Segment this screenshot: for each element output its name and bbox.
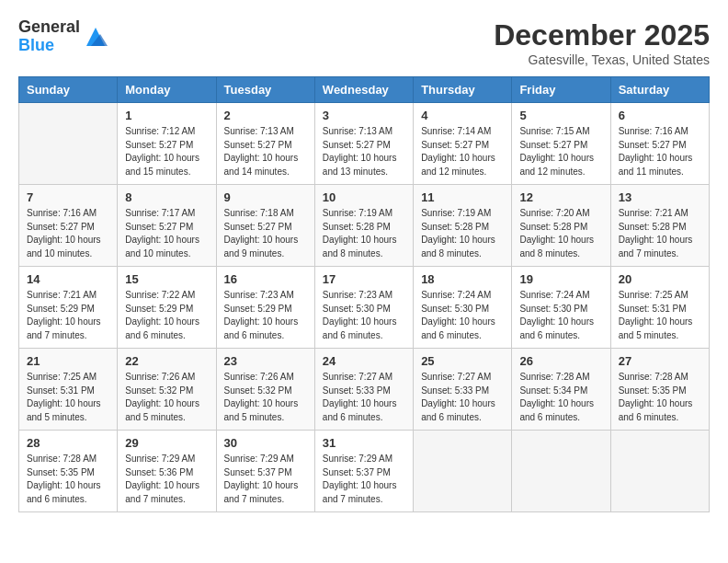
day-info: Sunrise: 7:27 AMSunset: 5:33 PMDaylight:… <box>421 371 504 424</box>
day-info: Sunrise: 7:28 AMSunset: 5:35 PMDaylight:… <box>27 453 109 506</box>
day-info: Sunrise: 7:26 AMSunset: 5:32 PMDaylight:… <box>125 371 208 424</box>
weekday-header-sunday: Sunday <box>19 77 118 103</box>
day-number: 11 <box>421 190 504 204</box>
day-info: Sunrise: 7:18 AMSunset: 5:27 PMDaylight:… <box>224 207 307 260</box>
day-number: 24 <box>323 354 405 368</box>
title-area: December 2025 Gatesville, Texas, United … <box>494 18 710 67</box>
day-info: Sunrise: 7:24 AMSunset: 5:30 PMDaylight:… <box>519 289 602 342</box>
day-cell: 15Sunrise: 7:22 AMSunset: 5:29 PMDayligh… <box>118 267 216 349</box>
day-cell: 22Sunrise: 7:26 AMSunset: 5:32 PMDayligh… <box>118 349 216 431</box>
day-number: 20 <box>619 272 701 286</box>
weekday-header-thursday: Thursday <box>414 77 512 103</box>
week-row-1: 1Sunrise: 7:12 AMSunset: 5:27 PMDaylight… <box>19 103 710 185</box>
day-number: 5 <box>519 109 602 122</box>
day-info: Sunrise: 7:26 AMSunset: 5:32 PMDaylight:… <box>224 371 307 424</box>
day-cell: 31Sunrise: 7:29 AMSunset: 5:37 PMDayligh… <box>314 431 413 512</box>
day-number: 6 <box>619 109 701 122</box>
location: Gatesville, Texas, United States <box>494 52 710 67</box>
day-info: Sunrise: 7:27 AMSunset: 5:33 PMDaylight:… <box>323 371 405 424</box>
day-cell: 10Sunrise: 7:19 AMSunset: 5:28 PMDayligh… <box>314 185 413 267</box>
day-number: 17 <box>323 272 405 286</box>
day-cell: 16Sunrise: 7:23 AMSunset: 5:29 PMDayligh… <box>216 267 314 349</box>
day-info: Sunrise: 7:13 AMSunset: 5:27 PMDaylight:… <box>224 125 307 178</box>
day-cell: 13Sunrise: 7:21 AMSunset: 5:28 PMDayligh… <box>610 185 709 267</box>
logo-general-text: General <box>18 18 80 37</box>
day-info: Sunrise: 7:23 AMSunset: 5:29 PMDaylight:… <box>224 289 307 342</box>
day-number: 8 <box>125 190 208 204</box>
day-info: Sunrise: 7:19 AMSunset: 5:28 PMDaylight:… <box>323 207 405 260</box>
day-cell: 17Sunrise: 7:23 AMSunset: 5:30 PMDayligh… <box>314 267 413 349</box>
day-info: Sunrise: 7:25 AMSunset: 5:31 PMDaylight:… <box>27 371 109 424</box>
day-cell: 25Sunrise: 7:27 AMSunset: 5:33 PMDayligh… <box>414 349 512 431</box>
day-info: Sunrise: 7:23 AMSunset: 5:30 PMDaylight:… <box>323 289 405 342</box>
day-number: 2 <box>224 109 307 122</box>
day-info: Sunrise: 7:29 AMSunset: 5:37 PMDaylight:… <box>323 453 405 506</box>
day-cell: 12Sunrise: 7:20 AMSunset: 5:28 PMDayligh… <box>512 185 610 267</box>
weekday-header-saturday: Saturday <box>610 77 709 103</box>
weekday-header-friday: Friday <box>512 77 610 103</box>
day-cell: 3Sunrise: 7:13 AMSunset: 5:27 PMDaylight… <box>314 103 413 185</box>
day-number: 22 <box>125 354 208 368</box>
day-cell: 23Sunrise: 7:26 AMSunset: 5:32 PMDayligh… <box>216 349 314 431</box>
day-info: Sunrise: 7:20 AMSunset: 5:28 PMDaylight:… <box>519 207 602 260</box>
day-number: 23 <box>224 354 307 368</box>
weekday-header-tuesday: Tuesday <box>216 77 314 103</box>
day-number: 25 <box>421 354 504 368</box>
day-cell: 19Sunrise: 7:24 AMSunset: 5:30 PMDayligh… <box>512 267 610 349</box>
week-row-5: 28Sunrise: 7:28 AMSunset: 5:35 PMDayligh… <box>19 431 710 512</box>
day-number: 26 <box>519 354 602 368</box>
day-cell <box>19 103 118 185</box>
day-number: 10 <box>323 190 405 204</box>
weekday-header-wednesday: Wednesday <box>314 77 413 103</box>
weekday-header-row: SundayMondayTuesdayWednesdayThursdayFrid… <box>19 77 710 103</box>
logo-icon <box>82 23 109 51</box>
day-cell: 18Sunrise: 7:24 AMSunset: 5:30 PMDayligh… <box>414 267 512 349</box>
day-info: Sunrise: 7:28 AMSunset: 5:34 PMDaylight:… <box>519 371 602 424</box>
calendar: SundayMondayTuesdayWednesdayThursdayFrid… <box>18 76 710 512</box>
day-cell: 14Sunrise: 7:21 AMSunset: 5:29 PMDayligh… <box>19 267 118 349</box>
day-number: 12 <box>519 190 602 204</box>
week-row-2: 7Sunrise: 7:16 AMSunset: 5:27 PMDaylight… <box>19 185 710 267</box>
day-cell: 4Sunrise: 7:14 AMSunset: 5:27 PMDaylight… <box>414 103 512 185</box>
day-info: Sunrise: 7:16 AMSunset: 5:27 PMDaylight:… <box>27 207 109 260</box>
day-cell: 27Sunrise: 7:28 AMSunset: 5:35 PMDayligh… <box>610 349 709 431</box>
day-cell <box>610 431 709 512</box>
day-info: Sunrise: 7:21 AMSunset: 5:29 PMDaylight:… <box>27 289 109 342</box>
day-cell: 21Sunrise: 7:25 AMSunset: 5:31 PMDayligh… <box>19 349 118 431</box>
day-cell <box>414 431 512 512</box>
week-row-4: 21Sunrise: 7:25 AMSunset: 5:31 PMDayligh… <box>19 349 710 431</box>
day-info: Sunrise: 7:29 AMSunset: 5:36 PMDaylight:… <box>125 453 208 506</box>
day-cell: 6Sunrise: 7:16 AMSunset: 5:27 PMDaylight… <box>610 103 709 185</box>
day-number: 18 <box>421 272 504 286</box>
day-cell: 26Sunrise: 7:28 AMSunset: 5:34 PMDayligh… <box>512 349 610 431</box>
day-info: Sunrise: 7:15 AMSunset: 5:27 PMDaylight:… <box>519 125 602 178</box>
day-number: 27 <box>619 354 701 368</box>
day-info: Sunrise: 7:14 AMSunset: 5:27 PMDaylight:… <box>421 125 504 178</box>
day-info: Sunrise: 7:17 AMSunset: 5:27 PMDaylight:… <box>125 207 208 260</box>
day-info: Sunrise: 7:24 AMSunset: 5:30 PMDaylight:… <box>421 289 504 342</box>
day-info: Sunrise: 7:16 AMSunset: 5:27 PMDaylight:… <box>619 125 701 178</box>
day-cell: 11Sunrise: 7:19 AMSunset: 5:28 PMDayligh… <box>414 185 512 267</box>
day-info: Sunrise: 7:12 AMSunset: 5:27 PMDaylight:… <box>125 125 208 178</box>
day-info: Sunrise: 7:19 AMSunset: 5:28 PMDaylight:… <box>421 207 504 260</box>
day-cell: 5Sunrise: 7:15 AMSunset: 5:27 PMDaylight… <box>512 103 610 185</box>
header: General Blue December 2025 Gatesville, T… <box>18 18 710 67</box>
day-info: Sunrise: 7:25 AMSunset: 5:31 PMDaylight:… <box>619 289 701 342</box>
day-number: 16 <box>224 272 307 286</box>
day-number: 3 <box>323 109 405 122</box>
day-info: Sunrise: 7:21 AMSunset: 5:28 PMDaylight:… <box>619 207 701 260</box>
day-number: 21 <box>27 354 109 368</box>
day-info: Sunrise: 7:28 AMSunset: 5:35 PMDaylight:… <box>619 371 701 424</box>
day-number: 13 <box>619 190 701 204</box>
day-cell: 9Sunrise: 7:18 AMSunset: 5:27 PMDaylight… <box>216 185 314 267</box>
day-cell: 7Sunrise: 7:16 AMSunset: 5:27 PMDaylight… <box>19 185 118 267</box>
day-cell <box>512 431 610 512</box>
month-title: December 2025 <box>494 18 710 52</box>
logo-blue-text: Blue <box>18 37 80 55</box>
day-number: 29 <box>125 436 208 450</box>
day-cell: 29Sunrise: 7:29 AMSunset: 5:36 PMDayligh… <box>118 431 216 512</box>
day-number: 4 <box>421 109 504 122</box>
day-cell: 28Sunrise: 7:28 AMSunset: 5:35 PMDayligh… <box>19 431 118 512</box>
logo: General Blue <box>18 18 109 55</box>
week-row-3: 14Sunrise: 7:21 AMSunset: 5:29 PMDayligh… <box>19 267 710 349</box>
